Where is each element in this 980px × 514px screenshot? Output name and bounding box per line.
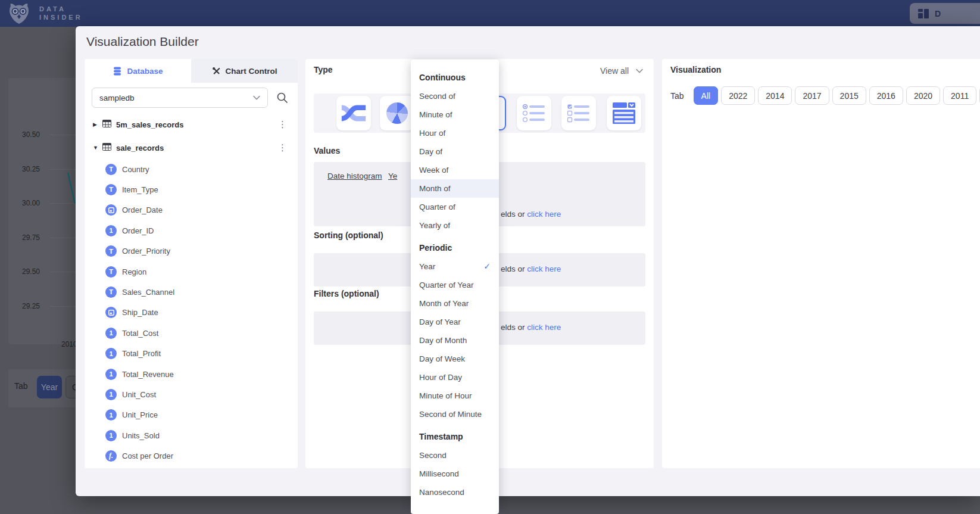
y-gridline	[50, 169, 76, 170]
field-row[interactable]: 1Total_Cost	[85, 324, 298, 342]
dropdown-item[interactable]: Month of Year	[411, 294, 499, 313]
field-row[interactable]: 1Unit_Price	[85, 406, 298, 424]
field-name: Cost per Order	[122, 451, 173, 460]
field-row[interactable]: TSales_Channel	[85, 283, 298, 301]
visualization-label: Visualization	[670, 65, 721, 74]
chart-type-tile-checkbox-list[interactable]	[561, 96, 596, 130]
background-tab-label: Tab	[14, 381, 28, 391]
type-section-label: Type	[314, 65, 333, 74]
search-icon[interactable]	[276, 92, 288, 104]
viz-tab-2022[interactable]: 2022	[721, 86, 755, 105]
dropdown-item[interactable]: Millisecond	[411, 465, 499, 483]
dropdown-item[interactable]: Quarter of	[411, 198, 499, 216]
field-row[interactable]: TRegion	[85, 263, 298, 281]
y-axis-tick: 29.75	[22, 233, 40, 242]
field-name: Unit_Cost	[122, 390, 156, 399]
field-row[interactable]: 1Total_Revenue	[85, 365, 298, 383]
text-field-icon: T	[105, 245, 117, 257]
table-row[interactable]: ▶5m_sales_records⋮	[85, 116, 298, 133]
table-icon	[102, 119, 111, 130]
background-tab-card: Tab Year Qu	[8, 369, 76, 407]
function-field-icon: f.	[105, 450, 117, 462]
owl-logo-icon	[7, 2, 31, 24]
background-year-button[interactable]: Year	[37, 376, 62, 398]
dropdown-item[interactable]: Hour of Day	[411, 368, 499, 387]
dropdown-item[interactable]: Month of	[411, 179, 499, 198]
field-row[interactable]: 1Total_Profit	[85, 345, 298, 363]
dropdown-item[interactable]: Minute of	[411, 105, 499, 124]
value-chip-date-histogram[interactable]: Date histogram	[327, 172, 382, 180]
dropdown-item[interactable]: Second of Minute	[411, 405, 499, 423]
field-name: Ship_Date	[122, 308, 158, 317]
database-icon	[113, 66, 122, 76]
dropdown-item[interactable]: Quarter of Year	[411, 276, 499, 294]
viz-tab-2016[interactable]: 2016	[869, 86, 903, 105]
field-row[interactable]: TOrder_Priority	[85, 242, 298, 260]
dropdown-item[interactable]: Week of	[411, 161, 499, 179]
number-field-icon: 1	[105, 389, 117, 400]
dropdown-item[interactable]: Second of	[411, 87, 499, 105]
field-row[interactable]: TItem_Type	[85, 180, 298, 198]
field-row[interactable]: 1Unit_Cost	[85, 385, 298, 403]
y-axis-tick: 30.00	[22, 199, 40, 207]
database-select-value: sampledb	[99, 94, 135, 102]
caret-right-icon[interactable]: ▶	[93, 122, 100, 127]
dashboards-button[interactable]: D	[910, 3, 980, 24]
chart-type-tile-sankey[interactable]	[336, 96, 371, 130]
field-row[interactable]: TCountry	[85, 160, 298, 178]
dropdown-item[interactable]: Hour of	[411, 124, 499, 142]
dropdown-item[interactable]: Day of	[411, 142, 499, 161]
top-navbar: DATA INSIDER D	[0, 0, 980, 27]
sorting-section-label: Sorting (optional)	[314, 230, 383, 240]
sorting-click-here-link[interactable]: click here	[527, 264, 561, 273]
chevron-down-icon	[636, 68, 643, 73]
field-row[interactable]: Ship_Date	[85, 304, 298, 322]
viz-tab-all[interactable]: All	[694, 86, 719, 105]
tab-chart-control[interactable]: Chart Control	[191, 59, 298, 83]
date-field-icon	[105, 307, 117, 318]
view-all-button[interactable]: View all	[600, 66, 643, 76]
table-menu-icon[interactable]: ⋮	[278, 142, 287, 153]
filters-click-here-link[interactable]: click here	[527, 323, 561, 332]
viz-tab-2014[interactable]: 2014	[758, 86, 792, 105]
dropdown-item[interactable]: Year✓	[411, 257, 499, 276]
filters-hint: elds or click here	[501, 323, 561, 332]
number-field-icon: 1	[105, 225, 117, 236]
dropdown-item[interactable]: Yearly of	[411, 216, 499, 235]
field-row[interactable]: 1Order_ID	[85, 222, 298, 239]
field-name: Country	[122, 165, 149, 174]
y-axis-tick: 29.25	[22, 302, 40, 310]
field-name: Total_Profit	[122, 349, 161, 358]
database-panel: Database Chart Control sampledb ▶5m_sale…	[85, 59, 298, 468]
chart-type-tile-radio-list[interactable]	[517, 96, 551, 130]
dropdown-item[interactable]: Nanosecond	[411, 483, 499, 501]
table-row[interactable]: ▼sale_records⋮	[85, 139, 298, 157]
viz-tab-2017[interactable]: 2017	[795, 86, 829, 105]
dropdown-item[interactable]: Day of Month	[411, 331, 499, 350]
tab-database[interactable]: Database	[85, 59, 191, 83]
database-select[interactable]: sampledb	[92, 88, 268, 108]
y-gridline	[50, 238, 76, 238]
viz-tab-2011[interactable]: 2011	[943, 86, 976, 105]
values-click-here-link[interactable]: click here	[527, 210, 561, 219]
viz-tab-2015[interactable]: 2015	[832, 86, 866, 105]
chevron-down-icon	[253, 95, 260, 100]
modal-title: Visualization Builder	[86, 35, 199, 49]
chart-type-tile-select-box[interactable]	[607, 96, 641, 130]
field-row[interactable]: 1Units_Sold	[85, 426, 298, 444]
dropdown-item[interactable]: Second	[411, 446, 499, 465]
table-name: 5m_sales_records	[116, 120, 183, 129]
time-unit-dropdown: ContinuousSecond ofMinute ofHour ofDay o…	[411, 60, 499, 514]
caret-down-icon[interactable]: ▼	[93, 145, 100, 151]
viz-tab-2020[interactable]: 2020	[906, 86, 940, 105]
dropdown-item[interactable]: Day of Year	[411, 313, 499, 331]
table-menu-icon[interactable]: ⋮	[278, 119, 287, 130]
value-chip-year[interactable]: Ye	[388, 172, 397, 180]
tools-icon	[212, 67, 221, 76]
dropdown-item[interactable]: Day of Week	[411, 350, 499, 368]
chart-type-tile-pie[interactable]	[380, 96, 414, 130]
field-row[interactable]: Order_Date	[85, 201, 298, 219]
field-row[interactable]: f.Cost per Order	[85, 447, 298, 465]
dashboard-grid-icon	[917, 8, 929, 19]
dropdown-item[interactable]: Minute of Hour	[411, 387, 499, 405]
